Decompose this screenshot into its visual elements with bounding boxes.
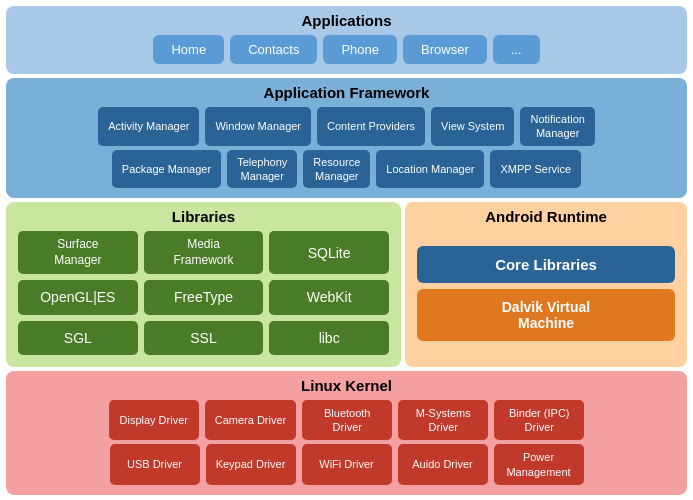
btn-resource-manager[interactable]: ResourceManager xyxy=(303,150,370,189)
btn-sqlite[interactable]: SQLite xyxy=(269,231,389,274)
linux-kernel-section: Linux Kernel Display Driver Camera Drive… xyxy=(6,371,687,495)
android-runtime-section: Android Runtime Core Libraries Dalvik Vi… xyxy=(405,202,687,367)
btn-more[interactable]: ... xyxy=(493,35,540,64)
app-framework-section: Application Framework Activity Manager W… xyxy=(6,78,687,198)
btn-activity-manager[interactable]: Activity Manager xyxy=(98,107,199,146)
applications-buttons: Home Contacts Phone Browser ... xyxy=(14,35,679,64)
btn-audio-driver[interactable]: Auido Driver xyxy=(398,444,488,485)
btn-home[interactable]: Home xyxy=(153,35,224,64)
btn-bluetooth-driver[interactable]: BluetoothDriver xyxy=(302,400,392,441)
kernel-row2: USB Driver Keypad Driver WiFi Driver Aui… xyxy=(14,444,679,485)
btn-usb-driver[interactable]: USB Driver xyxy=(110,444,200,485)
btn-sgl[interactable]: SGL xyxy=(18,321,138,355)
btn-ssl[interactable]: SSL xyxy=(144,321,264,355)
btn-webkit[interactable]: WebKit xyxy=(269,280,389,314)
lib-row2: OpenGL|ES FreeType WebKit xyxy=(14,280,393,314)
libraries-title: Libraries xyxy=(14,208,393,225)
btn-browser[interactable]: Browser xyxy=(403,35,487,64)
btn-wifi-driver[interactable]: WiFi Driver xyxy=(302,444,392,485)
btn-telephony-manager[interactable]: TelephonyManager xyxy=(227,150,297,189)
kernel-row1: Display Driver Camera Driver BluetoothDr… xyxy=(14,400,679,441)
btn-freetype[interactable]: FreeType xyxy=(144,280,264,314)
middle-row: Libraries SurfaceManager MediaFramework … xyxy=(6,202,687,367)
btn-location-manager[interactable]: Location Manager xyxy=(376,150,484,189)
btn-msystems-driver[interactable]: M-SystemsDriver xyxy=(398,400,488,441)
btn-dalvik-vm[interactable]: Dalvik VirtualMachine xyxy=(417,289,675,341)
btn-power-management[interactable]: PowerManagement xyxy=(494,444,584,485)
btn-contacts[interactable]: Contacts xyxy=(230,35,317,64)
btn-package-manager[interactable]: Package Manager xyxy=(112,150,221,189)
btn-libc[interactable]: libc xyxy=(269,321,389,355)
btn-keypad-driver[interactable]: Keypad Driver xyxy=(206,444,296,485)
android-runtime-title: Android Runtime xyxy=(413,208,679,225)
architecture-diagram: Applications Home Contacts Phone Browser… xyxy=(0,0,693,500)
fw-row1: Activity Manager Window Manager Content … xyxy=(14,107,679,146)
btn-view-system[interactable]: View System xyxy=(431,107,514,146)
btn-media-framework[interactable]: MediaFramework xyxy=(144,231,264,274)
btn-binder-driver[interactable]: Binder (IPC)Driver xyxy=(494,400,584,441)
fw-row2: Package Manager TelephonyManager Resourc… xyxy=(14,150,679,189)
applications-section: Applications Home Contacts Phone Browser… xyxy=(6,6,687,74)
btn-surface-manager[interactable]: SurfaceManager xyxy=(18,231,138,274)
btn-phone[interactable]: Phone xyxy=(323,35,397,64)
libraries-section: Libraries SurfaceManager MediaFramework … xyxy=(6,202,401,367)
linux-kernel-title: Linux Kernel xyxy=(14,377,679,394)
btn-opengl[interactable]: OpenGL|ES xyxy=(18,280,138,314)
lib-row1: SurfaceManager MediaFramework SQLite xyxy=(14,231,393,274)
app-framework-title: Application Framework xyxy=(14,84,679,101)
btn-xmpp-service[interactable]: XMPP Service xyxy=(490,150,581,189)
btn-notification-manager[interactable]: NotificationManager xyxy=(520,107,594,146)
btn-content-providers[interactable]: Content Providers xyxy=(317,107,425,146)
btn-camera-driver[interactable]: Camera Driver xyxy=(205,400,297,441)
btn-window-manager[interactable]: Window Manager xyxy=(205,107,311,146)
btn-core-libraries[interactable]: Core Libraries xyxy=(417,246,675,283)
applications-title: Applications xyxy=(14,12,679,29)
btn-display-driver[interactable]: Display Driver xyxy=(109,400,199,441)
android-runtime-inner: Core Libraries Dalvik VirtualMachine xyxy=(413,231,679,356)
lib-row3: SGL SSL libc xyxy=(14,321,393,355)
